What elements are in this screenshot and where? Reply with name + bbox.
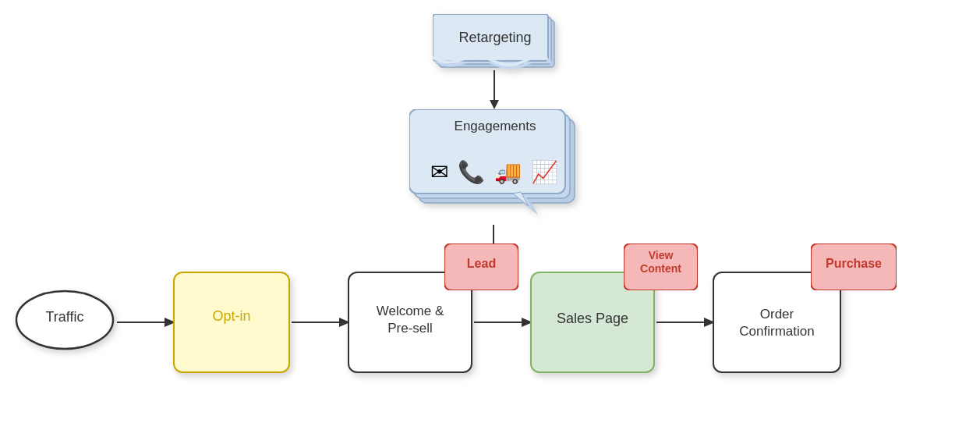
retargeting-shape	[433, 14, 557, 70]
arrow-traffic-optin	[117, 316, 175, 329]
canvas: Retargeting Engagements ✉ 📞 🚚 📈	[0, 0, 980, 430]
lead-badge	[444, 243, 518, 290]
arrow-retargeting-down	[488, 70, 501, 109]
svg-rect-2	[433, 14, 548, 61]
view-content-badge	[624, 243, 698, 290]
traffic-shape	[14, 289, 115, 351]
svg-rect-9	[409, 109, 565, 194]
engagements-shape	[409, 109, 581, 222]
optin-box	[173, 272, 290, 373]
svg-marker-4	[490, 100, 499, 109]
svg-point-13	[16, 291, 113, 349]
arrow-welcome-sales	[474, 316, 532, 329]
arrow-sales-order	[656, 316, 715, 329]
purchase-badge	[811, 243, 897, 290]
arrow-optin-welcome	[292, 316, 350, 329]
